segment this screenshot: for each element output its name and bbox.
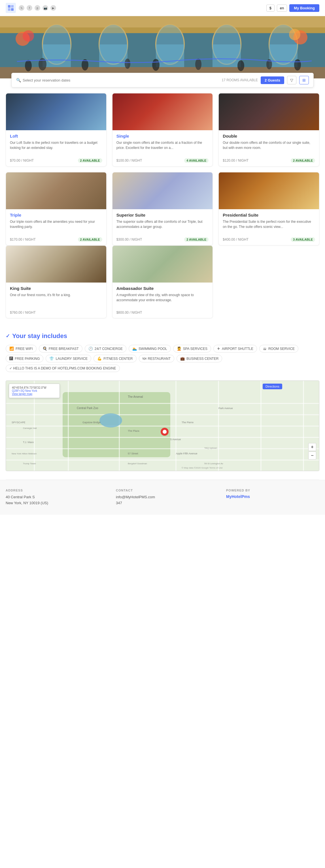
search-bar-wrapper: 🔍 17 ROOMS AVAILABLE 2 Guests ▽ ⊞ — [0, 79, 325, 93]
my-booking-button[interactable]: My Booking — [289, 4, 319, 12]
guests-button[interactable]: 2 Guests — [261, 76, 284, 84]
filter-button[interactable]: ▽ — [287, 76, 296, 84]
currency-button[interactable]: $ — [266, 4, 274, 11]
amenity-icon: 🕐 — [88, 346, 93, 351]
room-footer-double: $120.00 / NIGHT2 AVAILABLE — [223, 158, 315, 163]
contact-label: CONTACT — [116, 489, 209, 492]
amenity-icon: ✈ — [217, 346, 220, 351]
svg-text:T.J. Maxx: T.J. Maxx — [23, 441, 34, 444]
amenity-icon: 🍽 — [143, 356, 146, 361]
room-card-superior-suite[interactable]: Superior SuiteThe superior suite offers … — [112, 172, 213, 245]
svg-point-51 — [99, 413, 122, 428]
room-body-loft: LoftOur Loft Suite is the pefect room fo… — [6, 130, 106, 166]
amenity-laundry-service: 👕LAUNDRY SERVICE — [46, 355, 91, 362]
svg-point-33 — [23, 30, 34, 42]
svg-text:The Pierre: The Pierre — [182, 421, 194, 424]
room-body-superior-suite: Superior SuiteThe superior suite offers … — [113, 209, 213, 245]
page-footer: ADDRESS 40 Central Park S New York, NY 1… — [0, 480, 325, 515]
language-button[interactable]: en — [277, 4, 287, 11]
room-footer-king-suite: $760.00 / NIGHT — [10, 311, 102, 314]
room-name-triple: Triple — [10, 213, 102, 217]
svg-rect-5 — [0, 16, 325, 27]
facebook-icon[interactable]: f — [27, 5, 32, 11]
amenity-icon: 💼 — [180, 356, 185, 361]
grid-icon: ⊞ — [302, 78, 306, 82]
amenity-business-center: 💼BUSINESS CENTER — [177, 355, 222, 362]
map-plus-code: Q28F+3Q New York — [12, 389, 57, 392]
map-info-box: 40°45'54.8"N 73°58'32.0"W Q28F+3Q New Yo… — [9, 383, 60, 398]
instagram-icon[interactable]: 📷 — [42, 5, 48, 11]
room-card-double[interactable]: DoubleOur double room offers all the com… — [218, 93, 319, 166]
room-price-king-suite: $760.00 / NIGHT — [10, 311, 36, 314]
social-icons: 𝕏 f p 📷 ▶ — [19, 5, 56, 11]
stay-includes-title: ✓ Your stay includes — [6, 332, 319, 340]
room-card-king-suite[interactable]: King SuiteOne of our finest rooms, it's … — [6, 245, 107, 318]
room-available-triple: 2 AVAILABLE — [78, 237, 102, 242]
stay-includes-text: Your stay includes — [12, 332, 67, 340]
room-price-double: $120.00 / NIGHT — [223, 159, 248, 162]
amenity-icon: 💪 — [97, 356, 102, 361]
zoom-out-button[interactable]: − — [308, 452, 316, 460]
rooms-available-count: 17 ROOMS AVAILABLE — [221, 78, 258, 82]
svg-point-23 — [25, 60, 32, 71]
room-name-ambassador-suite: Ambassador Suite — [116, 286, 209, 291]
directions-button[interactable]: Directions — [263, 383, 282, 389]
amenity-restaurant: 🍽RESTAURANT — [139, 355, 174, 362]
powered-link[interactable]: MyHotelPms — [226, 494, 319, 499]
room-body-king-suite: King SuiteOne of our finest rooms, it's … — [6, 283, 106, 318]
amenity-free-breakfast: 🍳FREE BREAKFAST — [39, 345, 83, 352]
youtube-icon[interactable]: ▶ — [51, 5, 56, 11]
rooms-section: LoftOur Loft Suite is the pefect room fo… — [0, 93, 325, 324]
room-name-loft: Loft — [10, 134, 102, 138]
hero-banner — [0, 16, 325, 79]
rooms-grid: LoftOur Loft Suite is the pefect room fo… — [6, 93, 319, 245]
room-card-loft[interactable]: LoftOur Loft Suite is the pefect room fo… — [6, 93, 107, 166]
footer-address-col: ADDRESS 40 Central Park S New York, NY 1… — [6, 489, 99, 506]
map-background: Central Park Zoo The Arsenal Gapstow Bri… — [6, 381, 319, 471]
room-body-ambassador-suite: Ambassador SuiteA magnificent view of th… — [113, 283, 213, 318]
zoom-in-button[interactable]: + — [308, 443, 316, 451]
amenity-icon: 🅿 — [9, 356, 13, 361]
room-available-double: 2 AVAILABLE — [291, 158, 315, 163]
room-footer-triple: $170.00 / NIGHT2 AVAILABLE — [10, 237, 102, 242]
amenity-label: SPA SERVICES — [183, 347, 207, 351]
svg-point-10 — [42, 25, 71, 64]
svg-text:© Map data ©2020 Google Terms : © Map data ©2020 Google Terms of Use — [182, 467, 223, 469]
svg-text:TAQ Uptown: TAQ Uptown — [204, 447, 217, 449]
svg-point-35 — [289, 29, 300, 40]
room-footer-superior-suite: $300.00 / NIGHT2 AVAILABLE — [116, 237, 209, 242]
search-icon: 🔍 — [16, 78, 21, 82]
amenity-24/7-concierge: 🕐24/7 CONCIERGE — [85, 345, 126, 352]
room-description-double: Our double room offers all the comforts … — [223, 140, 315, 155]
address-line1: 40 Central Park S — [6, 494, 99, 500]
room-name-presidential-suite: Presidential Suite — [223, 213, 315, 217]
amenity-label: SWIMMING POOL — [139, 347, 167, 351]
room-description-king-suite: One of our finest rooms, it's fit for a … — [10, 292, 102, 308]
svg-text:5 Avenue: 5 Avenue — [170, 438, 181, 441]
room-card-single[interactable]: SingleOur single room offers all the com… — [112, 93, 213, 166]
room-price-presidential-suite: $400.00 / NIGHT — [223, 238, 248, 242]
twitter-icon[interactable]: 𝕏 — [19, 5, 24, 11]
room-card-presidential-suite[interactable]: Presidential SuiteThe Presidential Suite… — [218, 172, 319, 245]
pinterest-icon[interactable]: p — [35, 5, 40, 11]
date-search-input[interactable] — [23, 78, 219, 82]
svg-rect-1 — [11, 5, 13, 8]
top-navigation: 𝕏 f p 📷 ▶ $ en My Booking — [0, 0, 325, 16]
amenity-icon: 💆 — [177, 346, 181, 351]
svg-point-27 — [152, 59, 159, 71]
amenity-label: FREE PARKING — [15, 357, 40, 361]
svg-rect-3 — [11, 8, 13, 11]
room-footer-single: $100.00 / NIGHT4 AVAILABLE — [116, 158, 209, 163]
svg-text:Trump Tower: Trump Tower — [23, 462, 36, 465]
amenity-label: FREE BREAKFAST — [49, 347, 79, 351]
svg-text:57 Street: 57 Street — [128, 452, 138, 455]
room-image-superior-suite — [113, 173, 213, 209]
room-card-triple[interactable]: TripleOur triple room offers all the ame… — [6, 172, 107, 245]
amenity-label: ROOM SERVICE — [268, 347, 295, 351]
grid-view-button[interactable]: ⊞ — [299, 76, 309, 84]
address-label: ADDRESS — [6, 489, 99, 492]
amenity-free-parking: 🅿FREE PARKING — [6, 355, 43, 362]
view-larger-map-link[interactable]: View larger map — [12, 392, 57, 396]
room-card-ambassador-suite[interactable]: Ambassador SuiteA magnificent view of th… — [112, 245, 213, 318]
amenity-room-service: 🛎ROOM SERVICE — [259, 345, 298, 352]
